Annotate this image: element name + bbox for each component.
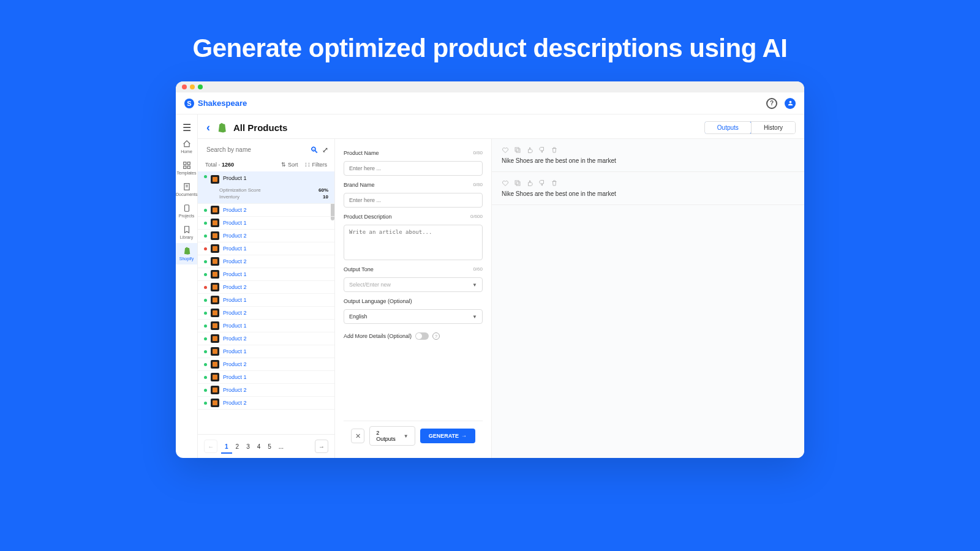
tabs: Outputs History (704, 121, 796, 134)
help-icon[interactable]: ? (766, 98, 777, 109)
brand-name-input[interactable] (344, 193, 483, 208)
heart-icon[interactable] (502, 146, 509, 154)
status-dot-icon (204, 376, 207, 379)
tab-outputs[interactable]: Outputs (704, 121, 752, 134)
clear-button[interactable]: ✕ (351, 429, 364, 443)
product-row[interactable]: Product 1 (198, 242, 334, 255)
outputs-count less-select[interactable]: 2 Outputs▼ (369, 426, 415, 446)
heart-icon[interactable] (502, 179, 509, 187)
page-header: ‹ All Products Outputs History (198, 114, 804, 139)
product-row[interactable]: Product 1 (198, 294, 334, 307)
product-row[interactable]: Product 2 (198, 307, 334, 320)
product-row[interactable]: Product 2 (198, 384, 334, 397)
status-dot-icon (204, 234, 207, 238)
svg-rect-2 (183, 166, 186, 168)
page-number[interactable]: 4 (254, 441, 265, 452)
brand-name-label: Brand Name (344, 182, 375, 188)
page-prev[interactable]: ← (204, 440, 217, 453)
product-name: Product 2 (223, 284, 328, 290)
product-row[interactable]: Product 2 (198, 332, 334, 345)
search-input[interactable] (204, 144, 306, 156)
trash-icon[interactable] (551, 179, 558, 187)
page-next[interactable]: → (315, 440, 328, 453)
status-dot-icon (204, 222, 207, 225)
avatar[interactable] (785, 98, 796, 109)
description-label: Product Description (344, 214, 392, 220)
svg-rect-9 (515, 148, 519, 151)
sidebar-item-home[interactable]: Home (176, 136, 197, 157)
total-count: Total - 1260 (205, 162, 234, 168)
status-dot-icon (204, 299, 207, 302)
chevron-down-icon: ▼ (404, 433, 409, 439)
back-button[interactable]: ‹ (206, 121, 210, 134)
details-toggle[interactable] (415, 332, 429, 340)
product-thumb (211, 321, 219, 330)
svg-rect-0 (183, 162, 186, 165)
product-row[interactable]: Product 1 (198, 371, 334, 384)
filters-button[interactable]: ⫶⫶ Filters (304, 162, 328, 168)
page-number[interactable]: 5 (264, 441, 275, 452)
close-dot-icon[interactable] (182, 84, 187, 89)
product-row[interactable]: Product 2 (198, 358, 334, 371)
svg-rect-10 (516, 182, 520, 186)
product-row[interactable]: Product 1 (198, 320, 334, 332)
product-row[interactable]: Product 2 (198, 281, 334, 294)
status-dot-icon (204, 402, 207, 405)
sidebar-item-library[interactable]: Library (176, 222, 197, 243)
thumbs-down-icon[interactable] (538, 179, 546, 187)
product-name: Product 1 (223, 374, 328, 380)
help-icon[interactable]: ? (432, 332, 440, 340)
product-row[interactable]: Product 1 (198, 268, 334, 281)
window-titlebar (176, 81, 804, 92)
product-thumb (211, 206, 219, 214)
page-number[interactable]: ... (275, 441, 287, 452)
tone-select[interactable]: Select/Enter new▼ (344, 277, 483, 292)
copy-icon[interactable] (514, 146, 521, 154)
page-title: All Products (233, 122, 287, 133)
page-number[interactable]: 3 (243, 441, 254, 452)
tab-history[interactable]: History (751, 122, 795, 133)
product-row[interactable]: Product 2 (198, 255, 334, 268)
thumbs-up-icon[interactable] (526, 179, 533, 187)
product-name-input[interactable] (344, 161, 483, 176)
product-row[interactable]: Product 2 (198, 397, 334, 410)
product-name-label: Product Name (344, 150, 379, 156)
status-dot-icon (204, 260, 207, 263)
sidebar-item-documents[interactable]: Documents (176, 179, 197, 200)
copy-icon[interactable] (514, 179, 521, 187)
product-row[interactable]: Product 1 (198, 345, 334, 358)
product-row[interactable]: Product 2 (198, 230, 334, 242)
trash-icon[interactable] (551, 146, 558, 154)
product-thumb (211, 296, 219, 304)
sidebar-item-projects[interactable]: Projects (176, 200, 197, 222)
page-number[interactable]: 2 (232, 441, 243, 452)
language-select[interactable]: English▼ (344, 309, 483, 324)
product-name: Product 2 (223, 233, 328, 239)
page-number[interactable]: 1 (221, 441, 232, 454)
brand-icon: S (184, 99, 194, 108)
output-block: Nike Shoes are the best one in the marke… (492, 172, 804, 205)
product-name: Product 1 (223, 220, 328, 226)
chevron-down-icon: ▼ (472, 314, 477, 320)
expand-icon[interactable]: ⤢ (322, 146, 328, 154)
product-row[interactable]: Product 1 (198, 217, 334, 230)
product-row[interactable]: Product 1 Optimization Score60% Inventor… (198, 171, 334, 204)
thumbs-down-icon[interactable] (538, 146, 546, 154)
brand[interactable]: S Shakespeare (184, 99, 247, 108)
generate-button[interactable]: GENERATE → (420, 429, 475, 443)
sort-button[interactable]: ⇅ Sort (281, 162, 298, 168)
thumbs-up-icon[interactable] (526, 146, 533, 154)
minimize-dot-icon[interactable] (190, 84, 195, 89)
maximize-dot-icon[interactable] (198, 84, 203, 89)
sidebar-item-shopify[interactable]: Shopify (176, 243, 197, 264)
description-input[interactable] (344, 225, 483, 260)
hero-banner: Generate optimized product descriptions … (0, 0, 980, 81)
tone-label: Output Tone (344, 266, 374, 272)
sidebar-item-templates[interactable]: Templates (176, 157, 197, 179)
menu-icon[interactable]: ☰ (176, 119, 197, 136)
product-row[interactable]: Product 2 (198, 204, 334, 217)
product-thumb (211, 231, 219, 240)
search-icon[interactable]: 🔍︎ (310, 145, 318, 155)
product-list[interactable]: Product 1 Optimization Score60% Inventor… (198, 171, 334, 434)
svg-rect-1 (187, 162, 190, 165)
